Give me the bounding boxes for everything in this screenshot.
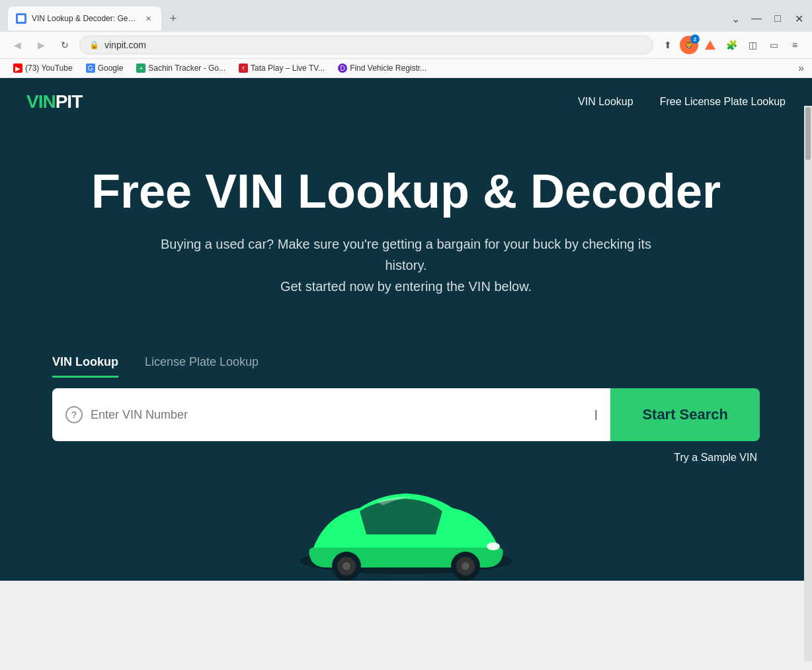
bookmarks-more-button[interactable]: »	[798, 62, 804, 74]
address-bar[interactable]: 🔒 vinpit.com	[79, 36, 653, 54]
sachin-favicon: +	[136, 63, 145, 73]
start-search-button[interactable]: Start Search	[610, 388, 760, 441]
car-preview	[274, 475, 538, 581]
scrollbar-thumb[interactable]	[805, 107, 811, 160]
tata-favicon: T	[239, 63, 248, 73]
back-button[interactable]: ◀	[8, 36, 26, 54]
bookmark-youtube-label: (73) YouTube	[25, 63, 73, 73]
text-cursor: |	[594, 409, 597, 421]
search-help-icon[interactable]: ?	[65, 406, 83, 423]
hero-subtitle: Buying a used car? Make sure you're gett…	[155, 233, 657, 297]
title-bar: VIN Lookup & Decoder: Get Free ✕ + ⌄ — □…	[0, 0, 812, 32]
triangle-icon	[705, 40, 715, 50]
tab-favicon	[16, 13, 26, 24]
dropdown-icon[interactable]: ⌄	[730, 13, 741, 24]
address-text: vinpit.com	[104, 40, 643, 50]
site-nav: VINPIT VIN Lookup Free License Plate Loo…	[0, 78, 812, 126]
nav-actions: ⬆ 🦁 2 🧩 ◫ ▭ ≡	[659, 36, 804, 54]
brave-rewards-button[interactable]	[701, 36, 719, 54]
nav-license-plate[interactable]: Free License Plate Lookup	[660, 96, 786, 108]
vin-search-input[interactable]	[91, 408, 587, 422]
tab-vin-lookup[interactable]: VIN Lookup	[52, 355, 118, 378]
minimize-button[interactable]: —	[751, 13, 762, 24]
extensions-button[interactable]: 🧩	[722, 36, 741, 54]
tab-close-button[interactable]: ✕	[143, 13, 153, 24]
website-content: VINPIT VIN Lookup Free License Plate Loo…	[0, 78, 812, 581]
find-favicon: D	[338, 63, 347, 73]
search-tabs: VIN Lookup License Plate Lookup	[52, 355, 760, 378]
brave-badge-count: 2	[690, 34, 700, 44]
title-bar-left: VIN Lookup & Decoder: Get Free ✕ +	[8, 7, 183, 30]
forward-button[interactable]: ▶	[32, 36, 50, 54]
share-button[interactable]: ⬆	[659, 36, 677, 54]
close-button[interactable]: ✕	[793, 13, 804, 24]
brave-shield-button[interactable]: 🦁 2	[680, 36, 698, 54]
new-tab-button[interactable]: +	[164, 9, 183, 28]
bookmark-google-label: Google	[98, 63, 124, 73]
bookmark-sachin[interactable]: + Sachin Tracker - Go...	[131, 62, 231, 75]
tab-title: VIN Lookup & Decoder: Get Free	[32, 14, 138, 23]
scrollbar[interactable]	[804, 106, 812, 581]
nav-vin-lookup[interactable]: VIN Lookup	[578, 96, 633, 108]
site-logo[interactable]: VINPIT	[26, 91, 82, 112]
maximize-button[interactable]: □	[772, 13, 783, 24]
bookmark-tata-label: Tata Play – Live TV...	[251, 63, 325, 73]
logo-pit: PIT	[56, 91, 83, 112]
youtube-favicon: ▶	[13, 63, 22, 73]
site-nav-links: VIN Lookup Free License Plate Lookup	[578, 96, 786, 108]
svg-point-7	[487, 542, 500, 550]
google-favicon: G	[86, 63, 95, 73]
bookmark-youtube[interactable]: ▶ (73) YouTube	[8, 62, 78, 75]
wallet-button[interactable]: ▭	[764, 36, 783, 54]
bookmark-sachin-label: Sachin Tracker - Go...	[148, 63, 225, 73]
hero-section: Free VIN Lookup & Decoder Buying a used …	[0, 126, 812, 355]
bookmarks-bar: ▶ (73) YouTube G Google + Sachin Tracker…	[0, 59, 812, 78]
tab-license-plate[interactable]: License Plate Lookup	[145, 355, 259, 378]
bookmark-find-label: Find Vehicle Registr...	[350, 63, 426, 73]
bookmark-google[interactable]: G Google	[81, 62, 129, 75]
car-svg	[274, 475, 538, 581]
menu-button[interactable]: ≡	[786, 36, 804, 54]
try-sample-vin-link[interactable]: Try a Sample VIN	[674, 452, 757, 463]
navigation-bar: ◀ ▶ ↻ 🔒 vinpit.com ⬆ 🦁 2 🧩 ◫ ▭ ≡	[0, 32, 812, 59]
reload-button[interactable]: ↻	[56, 36, 74, 54]
logo-vin: VIN	[26, 91, 56, 112]
svg-point-3	[343, 562, 350, 570]
help-question-mark: ?	[71, 409, 77, 420]
sample-vin-container: Try a Sample VIN	[52, 452, 760, 464]
search-input-area: ? |	[52, 388, 610, 441]
search-section: VIN Lookup License Plate Lookup ? | Star…	[26, 355, 786, 464]
browser-chrome: VIN Lookup & Decoder: Get Free ✕ + ⌄ — □…	[0, 0, 812, 78]
search-bar-container: ? | Start Search	[52, 388, 760, 441]
active-tab[interactable]: VIN Lookup & Decoder: Get Free ✕	[8, 7, 161, 30]
bookmark-tata[interactable]: T Tata Play – Live TV...	[233, 62, 330, 75]
svg-point-6	[462, 562, 469, 570]
window-controls: ⌄ — □ ✕	[730, 13, 804, 24]
lock-icon: 🔒	[89, 40, 99, 50]
bookmark-find[interactable]: D Find Vehicle Registr...	[333, 62, 432, 75]
hero-title: Free VIN Lookup & Decoder	[26, 165, 786, 218]
sidebar-button[interactable]: ◫	[743, 36, 762, 54]
